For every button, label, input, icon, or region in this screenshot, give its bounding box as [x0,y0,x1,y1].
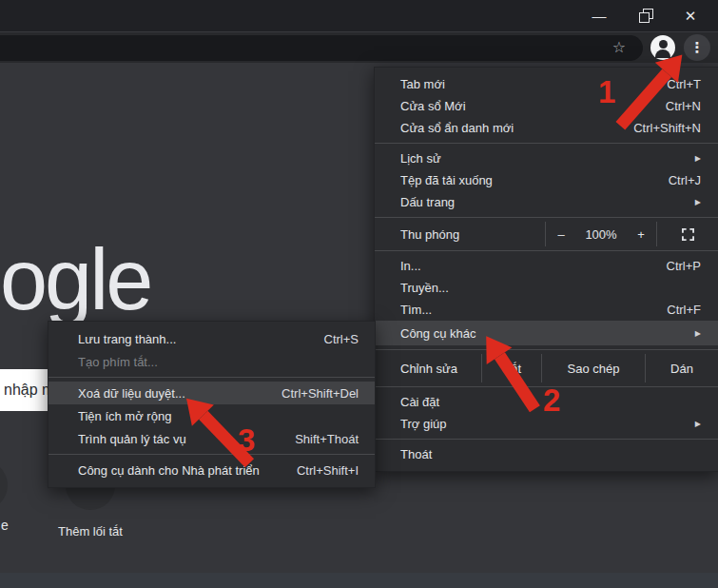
menu-item-label: Công cụ dành cho Nhà phát triển [78,463,297,478]
submenu-arrow-icon: ▶ [695,420,701,428]
zoom-in-button[interactable]: + [626,227,656,242]
menu-item-zoom: Thu phóng – 100% + [375,222,718,246]
edit-paste-button[interactable]: Dán [646,354,718,382]
submenu-arrow-icon: ▶ [695,198,701,206]
menu-separator [375,217,718,218]
menu-item-label: Lưu trang thành... [78,332,324,346]
submenu-item-developer-tools[interactable]: Công cụ dành cho Nhà phát triển Ctrl+Shi… [49,459,375,481]
menu-item-shortcut: Ctrl+N [666,99,701,113]
three-dots-icon: ⋮ [690,39,705,56]
menu-item-cast[interactable]: Truyền... [375,277,718,299]
menu-item-shortcut: Ctrl+Shift+Del [281,386,359,401]
address-bar[interactable]: ☆ [0,35,643,61]
menu-item-label: Dấu trang [400,195,688,209]
menu-item-label: Cửa sổ ẩn danh mới [400,121,633,135]
menu-item-label: In... [400,259,667,273]
menu-separator [375,349,718,350]
bottom-strip [0,573,718,588]
submenu-item-clear-browsing-data[interactable]: Xoá dữ liệu duyệt... Ctrl+Shift+Del [49,382,375,404]
shortcut-label-partial: e [1,518,9,533]
menu-item-label: Chỉnh sửa [375,362,481,376]
menu-item-shortcut: Ctrl+J [669,173,701,187]
minimize-button[interactable]: — [577,0,621,31]
menu-item-shortcut: Ctrl+F [667,303,701,317]
menu-item-shortcut: Ctrl+Shift+I [297,463,359,478]
google-logo: Google [0,231,150,329]
shortcut-circle-partial[interactable] [0,461,8,510]
step3-number: 3 [238,422,255,459]
zoom-controls: – 100% + [546,222,656,246]
menu-item-print[interactable]: In... Ctrl+P [375,255,718,277]
menu-separator [375,250,718,251]
menu-item-find[interactable]: Tìm... Ctrl+F [375,299,718,321]
close-button[interactable]: ✕ [669,0,712,31]
menu-item-label: Tạo phím tắt... [78,355,359,369]
submenu-arrow-icon: ▶ [695,329,701,338]
menu-item-label: Lịch sử [400,151,688,166]
menu-item-shortcut: Ctrl+Shift+N [633,121,701,135]
menu-item-history[interactable]: Lịch sử ▶ [375,147,718,169]
menu-item-downloads[interactable]: Tệp đã tải xuống Ctrl+J [375,169,718,191]
restore-button[interactable] [623,0,667,31]
menu-item-bookmarks[interactable]: Dấu trang ▶ [375,191,718,213]
menu-item-shortcut: Ctrl+P [667,259,701,273]
menu-item-label: Thu phóng [375,227,545,242]
edit-copy-button[interactable]: Sao chép [542,354,645,382]
title-bar: — ✕ [0,0,718,32]
submenu-arrow-icon: ▶ [695,154,701,163]
menu-item-new-window[interactable]: Cửa sổ Mới Ctrl+N [375,95,718,117]
zoom-out-button[interactable]: – [546,227,576,242]
bookmark-star-icon[interactable]: ☆ [612,39,626,56]
menu-item-label: Tab mới [400,77,667,91]
menu-item-shortcut: Shift+Thoát [295,432,359,446]
menu-separator [49,454,375,455]
menu-item-label: Xoá dữ liệu duyệt... [78,386,281,401]
menu-item-label: Truyền... [400,281,701,295]
step2-number: 2 [543,382,560,419]
menu-item-more-tools[interactable]: Công cụ khác ▶ [375,321,718,345]
submenu-item-save-page-as[interactable]: Lưu trang thành... Ctrl+S [49,327,375,350]
menu-dots-button[interactable]: ⋮ [684,34,710,61]
minimize-icon: — [592,8,607,24]
menu-item-edit: Chỉnh sửa Cắt Sao chép Dán [375,354,718,382]
zoom-level-value: 100% [576,227,626,242]
add-shortcut-label: Thêm lối tắt [33,524,147,539]
menu-separator [49,377,375,378]
search-box-text: nhập m [0,382,54,399]
fullscreen-button[interactable] [657,222,718,246]
menu-item-label: Công cụ khác [400,326,688,341]
submenu-item-create-shortcut: Tạo phím tắt... [49,350,375,373]
menu-item-label: Tệp đã tải xuống [400,173,669,187]
browser-window: — ✕ ☆ ⋮ Google nhập m e Thêm lối tắt Tab… [0,0,718,588]
menu-separator [375,143,718,144]
menu-item-label: Thoát [400,447,701,461]
close-icon: ✕ [685,8,697,25]
menu-item-label: Tìm... [400,303,667,317]
step1-number: 1 [598,74,615,110]
menu-item-label: Trình quản lý tác vụ [78,432,295,446]
browser-toolbar: ☆ ⋮ [0,32,718,63]
menu-item-shortcut: Ctrl+S [324,332,359,346]
restore-icon [640,11,650,21]
menu-separator [375,439,718,440]
menu-item-new-incognito-window[interactable]: Cửa sổ ẩn danh mới Ctrl+Shift+N [375,117,718,139]
fullscreen-icon [682,228,694,241]
menu-item-label: Trợ giúp [400,417,688,431]
menu-item-exit[interactable]: Thoát [375,443,718,465]
